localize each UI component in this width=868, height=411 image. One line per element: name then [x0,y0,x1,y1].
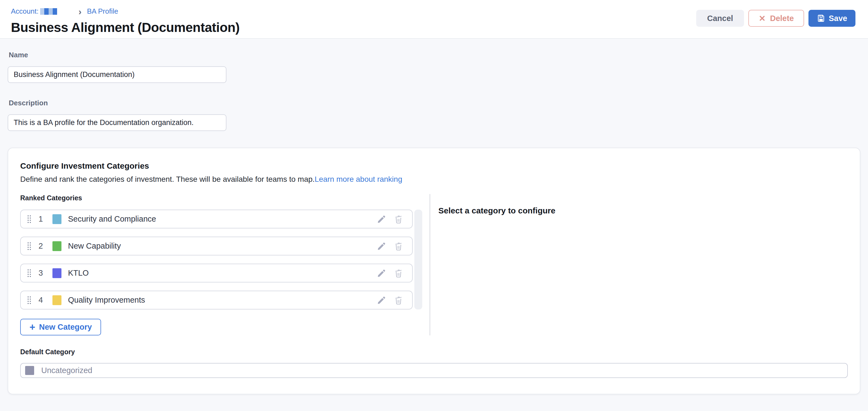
category-color-swatch [53,268,61,278]
list-scrollbar-track[interactable] [414,210,422,309]
breadcrumb: Account: › BA Profile [11,7,240,15]
drag-handle-icon[interactable] [27,296,32,305]
trash-icon [394,268,403,278]
pencil-icon [377,241,386,251]
name-field-label: Name [9,51,860,59]
page-header: Account: › BA Profile Business Alignment… [0,0,868,39]
category-rank: 2 [36,242,45,250]
edit-category-button[interactable] [377,268,386,278]
description-field-label: Description [9,99,860,107]
category-color-swatch [53,214,61,224]
configure-categories-card: Configure Investment Categories Define a… [8,148,860,395]
delete-category-icon-button[interactable] [394,214,403,224]
ranked-category-list: 1 Security and Compliance [20,210,413,309]
drag-handle-icon[interactable] [27,214,32,224]
save-button-label: Save [829,14,847,23]
new-category-label: New Category [39,322,92,332]
category-name: Quality Improvements [68,296,145,305]
default-category-row[interactable]: Uncategorized [20,363,848,378]
trash-icon [394,241,403,251]
delete-button-label: Delete [770,14,794,23]
ranked-categories-panel: Ranked Categories 1 Security and Complia… [20,194,430,335]
category-name: New Capability [68,242,121,250]
default-category-label: Default Category [20,348,848,356]
delete-button[interactable]: ✕ Delete [748,10,804,27]
ranked-category-row[interactable]: 4 Quality Improvements [20,290,413,309]
edit-category-button[interactable] [377,214,386,224]
drag-handle-icon[interactable] [27,269,32,278]
header-actions: Cancel ✕ Delete Save [696,10,856,38]
card-title: Configure Investment Categories [20,161,848,171]
delete-category-icon-button[interactable] [394,268,403,278]
category-rank: 1 [36,214,45,224]
breadcrumb-account-label[interactable]: Account: [11,7,38,15]
category-detail-panel: Select a category to configure [430,194,848,335]
pencil-icon [377,268,386,278]
description-input[interactable] [8,114,226,131]
category-name: KTLO [68,269,89,278]
trash-icon [394,295,403,305]
category-color-swatch [53,295,61,305]
edit-category-button[interactable] [377,241,386,251]
empty-state-message: Select a category to configure [438,206,848,215]
main-content: Name Description Configure Investment Ca… [0,39,868,395]
chevron-right-icon: › [79,8,82,15]
card-subtitle: Define and rank the categories of invest… [20,175,848,184]
category-rank: 4 [36,296,45,305]
save-disk-icon [817,14,826,23]
default-category-swatch [25,366,34,375]
cancel-button[interactable]: Cancel [696,10,744,27]
save-button[interactable]: Save [808,10,856,27]
header-left: Account: › BA Profile Business Alignment… [11,7,240,38]
pencil-icon [377,295,386,305]
page-title: Business Alignment (Documentation) [11,20,240,35]
drag-handle-icon[interactable] [27,242,32,251]
redacted-account-name [40,8,57,15]
edit-category-button[interactable] [377,295,386,305]
category-rank: 3 [36,269,45,278]
ranked-category-row[interactable]: 3 KTLO [20,264,413,282]
card-subtitle-text: Define and rank the categories of invest… [20,175,315,183]
category-name: Security and Compliance [68,214,156,224]
ranked-categories-label: Ranked Categories [20,194,430,202]
pencil-icon [377,214,386,224]
learn-more-link[interactable]: Learn more about ranking [315,175,402,183]
category-color-swatch [53,241,61,251]
default-category-name: Uncategorized [41,366,92,375]
new-category-button[interactable]: + New Category [20,319,101,335]
plus-icon: + [30,323,35,331]
delete-category-icon-button[interactable] [394,241,403,251]
x-icon: ✕ [759,14,766,23]
ranked-category-row[interactable]: 1 Security and Compliance [20,210,413,229]
name-input[interactable] [8,66,226,83]
ranked-category-row[interactable]: 2 New Capability [20,237,413,255]
delete-category-icon-button[interactable] [394,295,403,305]
breadcrumb-current[interactable]: BA Profile [87,7,118,15]
trash-icon [394,214,403,224]
